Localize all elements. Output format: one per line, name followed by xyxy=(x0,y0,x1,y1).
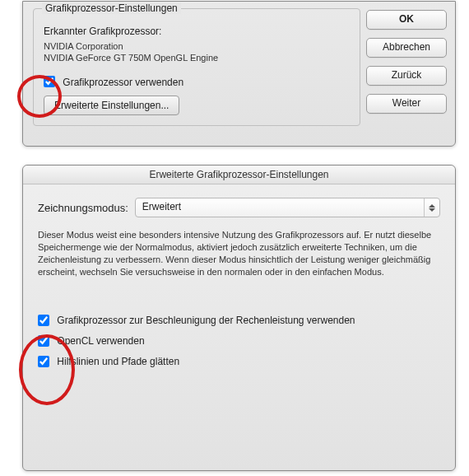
opt-gpu-compute-checkbox[interactable] xyxy=(38,315,49,326)
advanced-options: Grafikprozessor zur Beschleunigung der R… xyxy=(38,314,440,366)
use-gpu-checkbox[interactable] xyxy=(44,76,55,87)
opt-opencl-label: OpenCL verwenden xyxy=(57,335,144,347)
gpu-model: NVIDIA GeForce GT 750M OpenGL Engine xyxy=(44,52,350,63)
opt-smooth-checkbox[interactable] xyxy=(38,356,49,367)
gpu-fieldset: Grafikprozessor-Einstellungen Erkannter … xyxy=(33,8,360,126)
cancel-button[interactable]: Abbrechen xyxy=(366,38,447,58)
advanced-gpu-title: Erweiterte Grafikprozessor-Einstellungen xyxy=(23,166,455,184)
drawing-mode-description: Dieser Modus weist eine besonders intens… xyxy=(38,229,440,278)
drawing-mode-select[interactable]: Erweitert xyxy=(135,198,440,217)
opt-opencl-row: OpenCL verwenden xyxy=(38,334,440,347)
advanced-gpu-dialog: Erweiterte Grafikprozessor-Einstellungen… xyxy=(22,165,456,471)
detected-gpu-info: NVIDIA Corporation NVIDIA GeForce GT 750… xyxy=(44,40,350,64)
drawing-mode-value: Erweitert xyxy=(142,201,181,212)
use-gpu-row: Grafikprozessor verwenden xyxy=(44,76,350,88)
gpu-vendor: NVIDIA Corporation xyxy=(44,40,350,52)
drawing-mode-row: Zeichnungsmodus: Erweitert xyxy=(38,198,440,217)
opt-gpu-compute-row: Grafikprozessor zur Beschleunigung der R… xyxy=(38,314,440,326)
detected-gpu-label: Erkannter Grafikprozessor: xyxy=(44,26,350,37)
select-stepper-icon xyxy=(424,198,439,217)
back-button[interactable]: Zurück xyxy=(366,66,447,86)
gpu-settings-dialog: Grafikprozessor-Einstellungen Erkannter … xyxy=(22,1,456,147)
next-button[interactable]: Weiter xyxy=(366,94,447,114)
ok-button[interactable]: OK xyxy=(366,10,447,30)
dialog-button-column: OK Abbrechen Zurück Weiter xyxy=(366,10,445,122)
gpu-fieldset-legend: Grafikprozessor-Einstellungen xyxy=(42,2,181,14)
opt-gpu-compute-label: Grafikprozessor zur Beschleunigung der R… xyxy=(57,315,355,326)
opt-smooth-label: Hilfslinien und Pfade glätten xyxy=(57,356,179,367)
drawing-mode-label: Zeichnungsmodus: xyxy=(38,202,128,214)
advanced-gpu-body: Zeichnungsmodus: Erweitert Dieser Modus … xyxy=(23,184,455,380)
gpu-settings-panel: Grafikprozessor-Einstellungen Erkannter … xyxy=(33,8,360,140)
chevron-down-icon xyxy=(429,208,435,212)
advanced-settings-button[interactable]: Erweiterte Einstellungen... xyxy=(44,96,179,115)
chevron-up-icon xyxy=(429,204,435,208)
opt-smooth-row: Hilfslinien und Pfade glätten xyxy=(38,355,440,367)
opt-opencl-checkbox[interactable] xyxy=(38,335,49,347)
use-gpu-label: Grafikprozessor verwenden xyxy=(63,76,183,87)
